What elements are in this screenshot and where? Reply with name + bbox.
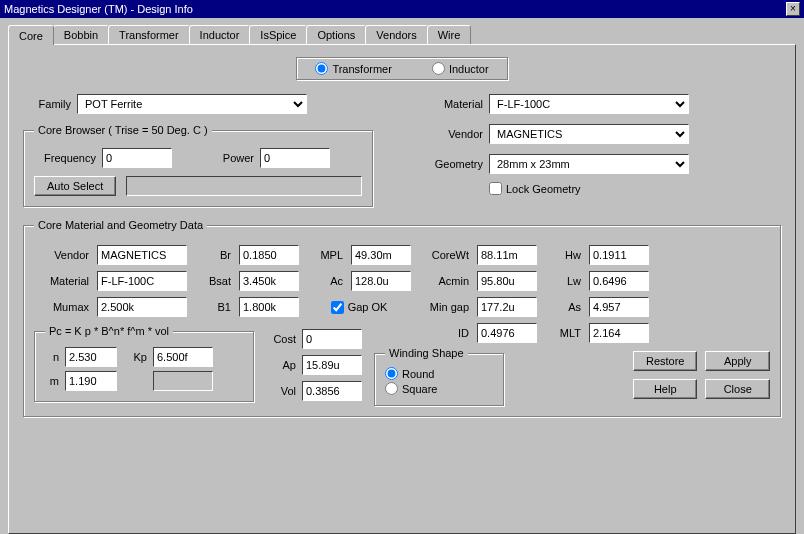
winding-round-label: Round xyxy=(402,368,434,380)
tab-core[interactable]: Core xyxy=(8,25,54,45)
mlt-label: MLT xyxy=(545,327,581,339)
n-input[interactable] xyxy=(65,347,117,367)
vol-label: Vol xyxy=(266,385,296,397)
pc-legend: Pc = K p * B^n* f^m * vol xyxy=(45,325,173,337)
tab-vendors[interactable]: Vendors xyxy=(365,25,427,45)
hw-label: Hw xyxy=(545,249,581,261)
material-input[interactable] xyxy=(97,271,187,291)
power-label: Power xyxy=(194,152,254,164)
close-button[interactable]: Close xyxy=(705,379,770,399)
winding-square-label: Square xyxy=(402,383,437,395)
hw-input[interactable] xyxy=(589,245,649,265)
tab-transformer[interactable]: Transformer xyxy=(108,25,190,45)
mingap-label: Min gap xyxy=(419,301,469,313)
vendor-top-select[interactable]: MAGNETICS xyxy=(489,124,689,144)
kp-label: Kp xyxy=(123,351,147,363)
help-button[interactable]: Help xyxy=(633,379,698,399)
gap-ok-label: Gap OK xyxy=(348,301,388,313)
as-label: As xyxy=(545,301,581,313)
n-label: n xyxy=(45,351,59,363)
b1-label: B1 xyxy=(195,301,231,313)
material-top-select[interactable]: F-LF-100C xyxy=(489,94,689,114)
ap-label: Ap xyxy=(266,359,296,371)
type-transformer-radio[interactable]: Transformer xyxy=(315,62,392,75)
tab-isspice[interactable]: IsSpice xyxy=(249,25,307,45)
type-inductor-label: Inductor xyxy=(449,63,489,75)
tab-options[interactable]: Options xyxy=(306,25,366,45)
ac-label: Ac xyxy=(307,275,343,287)
core-data-legend: Core Material and Geometry Data xyxy=(34,219,207,231)
cost-label: Cost xyxy=(266,333,296,345)
lw-label: Lw xyxy=(545,275,581,287)
window-title: Magnetics Designer (TM) - Design Info xyxy=(4,0,193,18)
gap-ok-check[interactable]: Gap OK xyxy=(307,301,411,314)
as-input[interactable] xyxy=(589,297,649,317)
acmin-label: Acmin xyxy=(419,275,469,287)
br-input[interactable] xyxy=(239,245,299,265)
type-inductor-radio[interactable]: Inductor xyxy=(432,62,489,75)
apply-button[interactable]: Apply xyxy=(705,351,770,371)
family-select[interactable]: POT Ferrite xyxy=(77,94,307,114)
tab-bar: Core Bobbin Transformer Inductor IsSpice… xyxy=(8,25,796,45)
restore-button[interactable]: Restore xyxy=(633,351,698,371)
vendor-input[interactable] xyxy=(97,245,187,265)
corewt-label: CoreWt xyxy=(419,249,469,261)
br-label: Br xyxy=(195,249,231,261)
lock-geometry-label: Lock Geometry xyxy=(506,183,581,195)
tab-bobbin[interactable]: Bobbin xyxy=(53,25,109,45)
b1-input[interactable] xyxy=(239,297,299,317)
core-data-group: Core Material and Geometry Data Vendor B… xyxy=(23,219,781,417)
material-top-label: Material xyxy=(423,98,483,110)
titlebar: Magnetics Designer (TM) - Design Info × xyxy=(0,0,804,18)
m-label: m xyxy=(45,375,59,387)
mumax-input[interactable] xyxy=(97,297,187,317)
close-icon[interactable]: × xyxy=(786,2,800,16)
vol-input[interactable] xyxy=(302,381,362,401)
lw-input[interactable] xyxy=(589,271,649,291)
vendor-label: Vendor xyxy=(34,249,89,261)
tab-wire[interactable]: Wire xyxy=(427,25,472,45)
mingap-input[interactable] xyxy=(477,297,537,317)
material-label: Material xyxy=(34,275,89,287)
lock-geometry-check[interactable]: Lock Geometry xyxy=(489,182,581,195)
ac-input[interactable] xyxy=(351,271,411,291)
id-input[interactable] xyxy=(477,323,537,343)
auto-select-button[interactable]: Auto Select xyxy=(34,176,116,196)
mpl-label: MPL xyxy=(307,249,343,261)
winding-square-radio[interactable]: Square xyxy=(385,382,493,395)
mumax-label: Mumax xyxy=(34,301,89,313)
pc-blank xyxy=(153,371,213,391)
mlt-input[interactable] xyxy=(589,323,649,343)
type-transformer-label: Transformer xyxy=(332,63,392,75)
bsat-label: Bsat xyxy=(195,275,231,287)
m-input[interactable] xyxy=(65,371,117,391)
winding-shape-group: Winding Shape Round Square xyxy=(374,347,504,406)
power-input[interactable] xyxy=(260,148,330,168)
ap-input[interactable] xyxy=(302,355,362,375)
tab-inductor[interactable]: Inductor xyxy=(189,25,251,45)
frequency-input[interactable] xyxy=(102,148,172,168)
pc-group: Pc = K p * B^n* f^m * vol n Kp m xyxy=(34,325,254,402)
acmin-input[interactable] xyxy=(477,271,537,291)
winding-shape-legend: Winding Shape xyxy=(385,347,468,359)
winding-round-radio[interactable]: Round xyxy=(385,367,493,380)
tab-content: Transformer Inductor Family POT Ferrite xyxy=(8,44,796,534)
corewt-input[interactable] xyxy=(477,245,537,265)
id-label: ID xyxy=(419,327,469,339)
cost-input[interactable] xyxy=(302,329,362,349)
core-browser-legend: Core Browser ( Trise = 50 Deg. C ) xyxy=(34,124,212,136)
auto-select-status xyxy=(126,176,362,196)
mpl-input[interactable] xyxy=(351,245,411,265)
vendor-top-label: Vendor xyxy=(423,128,483,140)
family-label: Family xyxy=(23,98,71,110)
core-browser-group: Core Browser ( Trise = 50 Deg. C ) Frequ… xyxy=(23,124,373,207)
geometry-select[interactable]: 28mm x 23mm xyxy=(489,154,689,174)
frequency-label: Frequency xyxy=(34,152,96,164)
bsat-input[interactable] xyxy=(239,271,299,291)
kp-input[interactable] xyxy=(153,347,213,367)
geometry-label: Geometry xyxy=(423,158,483,170)
